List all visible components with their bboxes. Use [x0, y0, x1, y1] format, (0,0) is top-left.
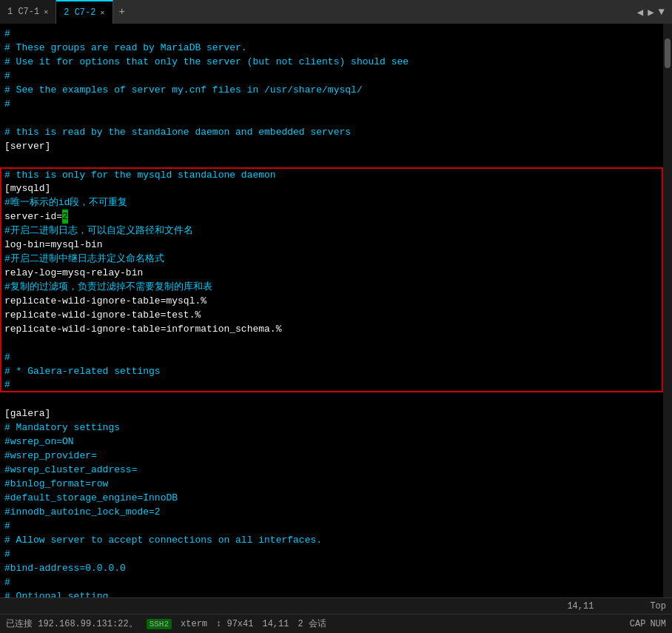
line-13: #唯一标示的id段，不可重复: [0, 195, 663, 210]
line-15: #开启二进制日志，可以自定义路径和文件名: [0, 224, 663, 238]
line-37: # Allow server to accept connections on …: [0, 533, 663, 547]
caps-label: CAP: [630, 619, 646, 629]
nav-prev-icon[interactable]: ◀: [637, 6, 643, 19]
tab-add-button[interactable]: +: [113, 0, 131, 24]
line-7: [0, 111, 663, 125]
line-5: # See the examples of server my.cnf file…: [0, 83, 663, 97]
tab-1[interactable]: 1 C7-1 ✕: [0, 0, 56, 24]
scrollbar-thumb[interactable]: [665, 38, 671, 68]
scrollbar[interactable]: [663, 24, 672, 597]
line-4: #: [0, 69, 663, 83]
line-26: #: [0, 378, 663, 392]
nav-next-icon[interactable]: ▶: [648, 6, 653, 19]
line-12: [mysqld]: [0, 181, 663, 195]
line-39: #bind-address=0.0.0.0: [0, 561, 663, 575]
line-3: # Use it for options that only the serve…: [0, 55, 663, 69]
ssh-label: SSH2: [147, 619, 172, 629]
line-35: #innodb_autoinc_lock_mode=2: [0, 505, 663, 519]
num-label: NUM: [650, 619, 666, 629]
line-24: #: [0, 350, 663, 364]
line-41: # Optional setting: [0, 589, 663, 597]
line-38: #: [0, 547, 663, 561]
line-8: # this is read by the standalone daemon …: [0, 125, 663, 139]
sessions-label: 2 会话: [298, 617, 326, 630]
line-1: #: [0, 27, 663, 41]
line-22: replicate-wild-ignore-table=information_…: [0, 322, 663, 336]
cursor-position: 14,11: [567, 601, 594, 612]
tab-2-label: 2 C7-2: [64, 7, 95, 18]
line-28: [galera]: [0, 406, 663, 421]
line-18: relay-log=mysq-relay-bin: [0, 266, 663, 280]
line-21: replicate-wild-ignore-table=test.%: [0, 308, 663, 322]
line-16: log-bin=mysql-bin: [0, 238, 663, 252]
bottom-bar: 已连接 192.168.99.131:22。 SSH2 xterm ↕ 97x4…: [0, 614, 672, 633]
line-30: #wsrep_on=ON: [0, 435, 663, 449]
line-36: #: [0, 519, 663, 533]
line-9: [server]: [0, 139, 663, 153]
position-right: 14,11 Top: [567, 601, 666, 612]
line-20: replicate-wild-ignore-table=mysql.%: [0, 294, 663, 308]
line-19: #复制的过滤项，负责过滤掉不需要复制的库和表: [0, 280, 663, 294]
line-34: #default_storage_engine=InnoDB: [0, 491, 663, 505]
nav-menu-icon[interactable]: ▼: [659, 6, 665, 18]
line-25: # * Galera-related settings: [0, 364, 663, 378]
editor-content[interactable]: ## These groups are read by MariaDB serv…: [0, 24, 663, 597]
line-2: # These groups are read by MariaDB serve…: [0, 41, 663, 55]
ssh-badge: SSH2: [147, 619, 172, 629]
line-40: #: [0, 575, 663, 589]
tab-2[interactable]: 2 C7-2 ✕: [56, 0, 112, 24]
position-bar: 14,11 Top: [0, 597, 672, 614]
line-32: #wsrep_cluster_address=: [0, 463, 663, 477]
line-11: # this is only for the mysqld standalone…: [0, 167, 663, 181]
tab-1-label: 1 C7-1: [7, 7, 39, 17]
line-31: #wsrep_provider=: [0, 449, 663, 463]
connection-status: 已连接 192.168.99.131:22。: [6, 617, 138, 630]
line-14: server-id=2: [0, 210, 663, 224]
tab-1-close[interactable]: ✕: [44, 7, 48, 16]
line-10: [0, 153, 663, 167]
tab-2-close[interactable]: ✕: [100, 8, 104, 17]
term-label: xterm: [181, 619, 207, 629]
line-27: [0, 392, 663, 406]
cursor2-label: 14,11: [262, 619, 289, 629]
size-label: ↕ 97x41: [216, 619, 253, 629]
line-29: # Mandatory settings: [0, 421, 663, 435]
title-bar: 1 C7-1 ✕ 2 C7-2 ✕ + ◀ ▶ ▼: [0, 0, 672, 24]
scroll-position: Top: [650, 601, 666, 612]
line-6: #: [0, 97, 663, 111]
icon-area: CAP NUM: [630, 619, 666, 629]
title-nav: ◀ ▶ ▼: [630, 0, 672, 24]
editor-container: ## These groups are read by MariaDB serv…: [0, 24, 672, 597]
line-23: [0, 336, 663, 350]
line-33: #binlog_format=row: [0, 477, 663, 491]
line-17: #开启二进制中继日志并定义命名格式: [0, 252, 663, 266]
